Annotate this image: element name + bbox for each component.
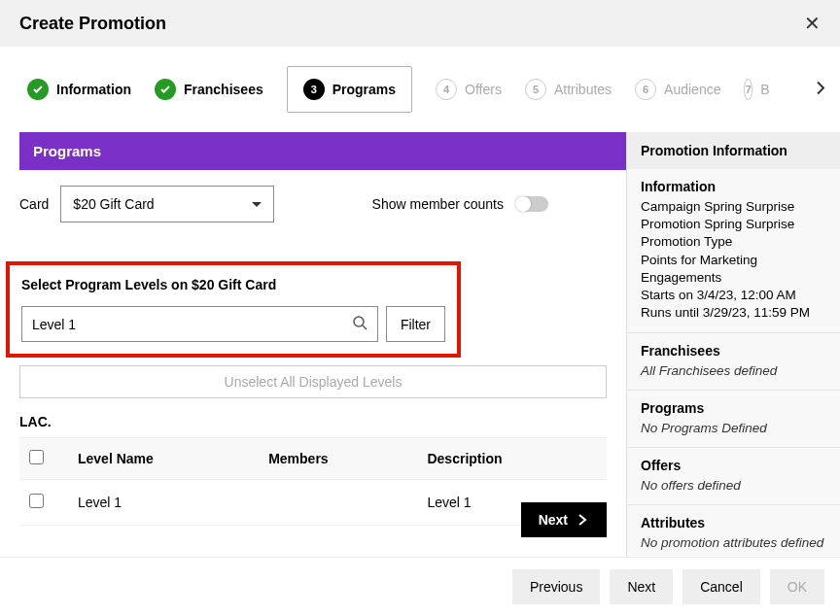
col-level-name: Level Name [68,438,259,480]
next-step-button[interactable]: Next [521,502,607,537]
sidebar-header: Promotion Information [627,132,840,169]
step-label: Programs [332,82,396,97]
step-label: B [760,82,769,97]
card-select-value: $20 Gift Card [73,196,154,212]
ok-button: OK [770,569,824,604]
section-text: All Franchisees defined [641,362,826,380]
table-row[interactable]: Level 1 Level 1 [19,480,607,526]
row-checkbox[interactable] [29,494,44,508]
step-label: Audience [664,82,720,97]
step-franchisees[interactable]: Franchisees [155,79,263,100]
highlighted-filter-region: Select Program Levels on $20 Gift Card F… [6,261,461,358]
levels-table: Level Name Members Description Level 1 L… [19,437,607,526]
dialog-title: Create Promotion [19,14,166,34]
svg-line-1 [363,325,367,329]
section-label: Franchisees [641,343,826,359]
sidebar-info-lines: Campaign Spring Surprise Promotion Sprin… [641,198,826,323]
step-audience: 6 Audience [635,79,720,100]
info-line: Promotion Type [641,233,826,251]
step-label: Information [56,82,131,97]
info-line: Points for Marketing Engagements [641,252,826,287]
level-search-input-wrap[interactable] [21,306,378,342]
info-line: Campaign Spring Surprise [641,198,826,216]
lac-section-title: LAC. [19,414,607,429]
level-search-input[interactable] [32,317,352,332]
sidebar-section-franchisees: Franchisees All Franchisees defined [627,333,840,391]
step-cutoff: 7 B [744,79,769,100]
toggle-knob [515,196,531,212]
step-label: Attributes [554,82,612,97]
check-icon [27,79,49,100]
select-levels-title: Select Program Levels on $20 Gift Card [21,277,445,292]
next-button[interactable]: Next [610,569,673,604]
dialog-header: Create Promotion ✕ [0,0,840,47]
section-text: No promotion attributes defined [641,534,826,552]
cell-level-name: Level 1 [68,480,259,526]
steps-scroll-right-button[interactable] [813,81,828,99]
sidebar-section-programs: Programs No Programs Defined [627,391,840,448]
member-counts-label: Show member counts [372,196,504,212]
step-number-icon: 3 [303,79,325,100]
chevron-down-icon [252,202,262,207]
check-icon [155,79,176,100]
card-label: Card [19,196,49,212]
info-line: Runs until 3/29/23, 11:59 PM [641,304,826,322]
stepper: Information Franchisees 3 Programs 4 Off… [0,47,840,132]
card-select[interactable]: $20 Gift Card [60,186,274,222]
filter-button[interactable]: Filter [386,306,445,342]
step-attributes: 5 Attributes [525,79,612,100]
step-label: Offers [465,82,502,97]
section-text: No offers defined [641,477,826,495]
col-members: Members [259,438,417,480]
step-number-icon: 5 [525,79,546,100]
sidebar-section-offers: Offers No offers defined [627,448,840,505]
unselect-all-button[interactable]: Unselect All Displayed Levels [19,365,607,398]
step-information[interactable]: Information [27,79,131,100]
chevron-right-icon [576,513,589,527]
cell-members [259,480,417,526]
programs-banner: Programs [19,132,626,170]
col-description: Description [417,438,607,480]
select-all-checkbox[interactable] [29,450,44,464]
section-label: Offers [641,458,826,473]
dialog-footer: Previous Next Cancel OK [0,557,840,616]
step-number-icon: 7 [744,79,752,100]
search-icon [352,315,368,333]
promotion-info-panel: Promotion Information Information Campai… [626,132,840,557]
step-number-icon: 6 [635,79,656,100]
info-line: Starts on 3/4/23, 12:00 AM [641,287,826,304]
section-label: Programs [641,400,826,416]
member-counts-toggle[interactable] [515,196,548,212]
close-button[interactable]: ✕ [804,12,821,35]
cancel-button[interactable]: Cancel [682,569,760,604]
previous-button[interactable]: Previous [512,569,600,604]
next-label: Next [539,512,568,528]
sidebar-section-attributes: Attributes No promotion attributes defin… [627,505,840,557]
step-label: Franchisees [184,82,263,97]
step-offers: 4 Offers [436,79,502,100]
info-line: Promotion Spring Surprise [641,216,826,233]
svg-point-0 [354,317,364,326]
sidebar-section-information: Information Campaign Spring Surprise Pro… [627,169,840,333]
step-number-icon: 4 [436,79,457,100]
section-label: Attributes [641,515,826,530]
step-programs[interactable]: 3 Programs [287,66,412,113]
section-text: No Programs Defined [641,420,826,437]
sidebar-info-label: Information [641,179,826,194]
